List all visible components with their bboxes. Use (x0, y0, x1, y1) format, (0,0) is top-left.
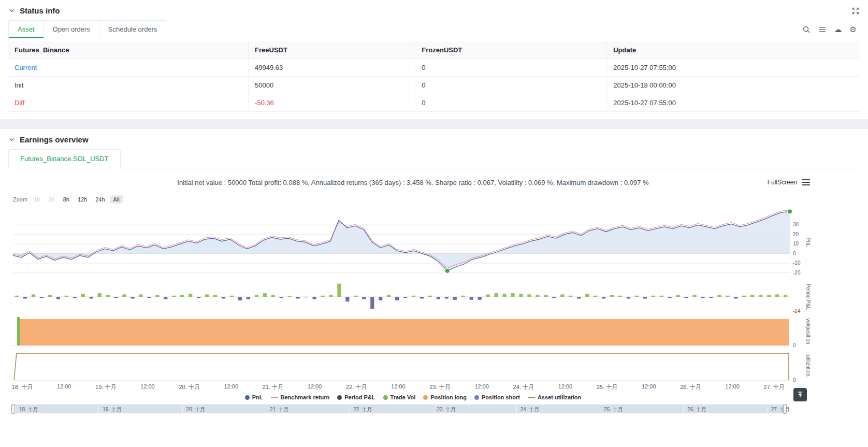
legend-label: Benchmark return (281, 394, 330, 400)
svg-text:Period P&L: Period P&L (805, 284, 811, 310)
navigator-tick (433, 406, 433, 413)
navigator-tick (15, 406, 16, 413)
navigator-date-label: 20. 十月 (186, 406, 206, 413)
svg-text:-20: -20 (793, 270, 801, 276)
legend-line-marker (528, 397, 535, 398)
section-separator (0, 119, 868, 129)
zoom-label: Zoom (13, 196, 27, 203)
navigator-date-label: 27. 十月 (771, 406, 790, 413)
gear-icon[interactable]: ⚙ (850, 25, 857, 33)
zoom-button-group: 1h3h8h12h24hAll (31, 195, 123, 204)
arrow-to-top-icon (797, 391, 804, 398)
tab-asset[interactable]: Asset (9, 21, 44, 38)
navigator-tick (767, 406, 768, 413)
x-axis-tick-label: 26. 十月 (680, 383, 701, 391)
table-row: Init 50000 0 2025-10-18 00:00:00 (8, 77, 860, 94)
chevron-down-icon[interactable] (8, 136, 15, 143)
svg-text:20: 20 (793, 232, 799, 237)
navigator-tick (683, 406, 684, 413)
tab-futures-binance-sol-usdt[interactable]: Futures_Binance.SOL_USDT (8, 149, 121, 168)
navigator-tick (266, 406, 266, 413)
legend-item-trade-vol[interactable]: Trade Vol (383, 394, 416, 400)
chart-legend: PnLBenchmark returnPeriod P&LTrade VolPo… (13, 394, 813, 400)
tab-schedule-orders[interactable]: Schedule orders (99, 21, 166, 38)
x-axis-tick-label: 19. 十月 (95, 383, 116, 391)
legend-label: Trade Vol (390, 394, 416, 400)
x-axis-tick-label: 25. 十月 (597, 383, 617, 391)
zoom-button-24h[interactable]: 24h (92, 195, 108, 204)
svg-text:30: 30 (793, 222, 799, 227)
legend-item-asset-utilization[interactable]: Asset utilization (528, 394, 581, 400)
x-axis-tick-label: 12:00 (642, 383, 656, 390)
legend-dot-marker (337, 395, 342, 400)
table-cell: 49949.63 (249, 59, 415, 77)
zoom-button-all[interactable]: All (110, 195, 123, 204)
navigator-left-handle[interactable] (11, 404, 15, 414)
navigator-tick (182, 406, 183, 413)
zoom-button-8h[interactable]: 8h (60, 195, 73, 204)
x-axis-tick-label: 12:00 (224, 383, 238, 390)
row-label-init: Init (8, 77, 249, 94)
zoom-button-1h: 1h (31, 195, 43, 204)
earnings-tabline: Futures_Binance.SOL_USDT (8, 149, 860, 168)
legend-label: Position short (482, 394, 520, 400)
legend-item-period-p-l[interactable]: Period P&L (337, 394, 375, 400)
list-icon[interactable] (818, 25, 827, 34)
legend-item-pnl[interactable]: PnL (245, 394, 263, 400)
x-axis-tick-label: 20. 十月 (179, 383, 199, 391)
zoom-button-3h: 3h (45, 195, 57, 204)
navigator-right-handle[interactable] (783, 404, 787, 414)
zoom-button-12h[interactable]: 12h (75, 195, 90, 204)
chart-subtitle: Initial net value : 50000 Total profit: … (13, 179, 813, 186)
navigator-tick (98, 406, 99, 413)
x-axis-tick-label: 21. 十月 (263, 383, 283, 391)
legend-item-position-long[interactable]: Position long (423, 394, 467, 400)
search-icon[interactable] (802, 25, 811, 34)
cloud-icon[interactable]: ☁ (834, 25, 842, 33)
legend-dot-marker (383, 395, 388, 400)
row-label-diff: Diff (8, 94, 249, 112)
navigator-date-label: 26. 十月 (687, 406, 706, 413)
legend-item-position-short[interactable]: Position short (474, 394, 520, 400)
x-axis-labels: 18. 十月12:0019. 十月12:0020. 十月12:0021. 十月1… (13, 383, 813, 391)
navigator-date-label: 25. 十月 (604, 406, 623, 413)
earnings-section: Earnings overview Futures_Binance.SOL_US… (0, 129, 868, 421)
table-row: Current 49949.63 0 2025-10-27 07:55:00 (8, 59, 860, 77)
row-label-current[interactable]: Current (8, 59, 249, 77)
table-cell: 0 (415, 59, 607, 77)
navigator-tick (600, 406, 600, 413)
x-axis-tick-label: 12:00 (725, 383, 740, 390)
svg-text:PnL: PnL (805, 238, 811, 247)
earnings-chart[interactable]: 3020100-10-20-2400PnLPeriod P&Lvol/posit… (13, 208, 811, 382)
x-axis-tick-label: 12:00 (474, 383, 489, 390)
column-header: Update (607, 41, 860, 59)
chevron-down-icon[interactable] (8, 7, 15, 14)
svg-text:-24: -24 (793, 308, 801, 314)
x-axis-tick-label: 12:00 (57, 383, 71, 390)
table-cell: 2025-10-27 07:55:00 (607, 59, 860, 77)
earnings-title: Earnings overview (20, 135, 89, 144)
earnings-header: Earnings overview (8, 135, 860, 144)
zoom-controls: Zoom 1h3h8h12h24hAll (13, 195, 813, 204)
navigator-date-label: 21. 十月 (270, 406, 289, 413)
fullscreen-button[interactable]: FullScreen (768, 179, 797, 186)
table-cell: 0 (415, 77, 607, 94)
legend-label: Period P&L (344, 394, 375, 400)
status-info-title: Status info (20, 6, 60, 15)
tab-open-orders[interactable]: Open orders (44, 21, 99, 38)
legend-line-marker (271, 397, 278, 398)
chart-menu-icon[interactable] (802, 179, 810, 185)
svg-text:-10: -10 (793, 260, 801, 266)
x-axis-tick-label: 18. 十月 (12, 383, 33, 391)
svg-text:0: 0 (793, 377, 796, 382)
back-to-top-button[interactable] (793, 388, 807, 401)
x-axis-tick-label: 12:00 (308, 383, 322, 390)
status-info-header: Status info (8, 6, 860, 15)
x-axis-tick-label: 12:00 (558, 383, 573, 390)
chart-navigator[interactable]: 18. 十月19. 十月20. 十月21. 十月22. 十月23. 十月24. … (13, 405, 785, 413)
legend-item-benchmark-return[interactable]: Benchmark return (271, 394, 330, 400)
expand-icon[interactable] (851, 7, 860, 15)
navigator-date-label: 19. 十月 (103, 406, 122, 413)
legend-label: Asset utilization (538, 394, 581, 400)
chart-stats-row: Initial net value : 50000 Total profit: … (13, 179, 813, 188)
